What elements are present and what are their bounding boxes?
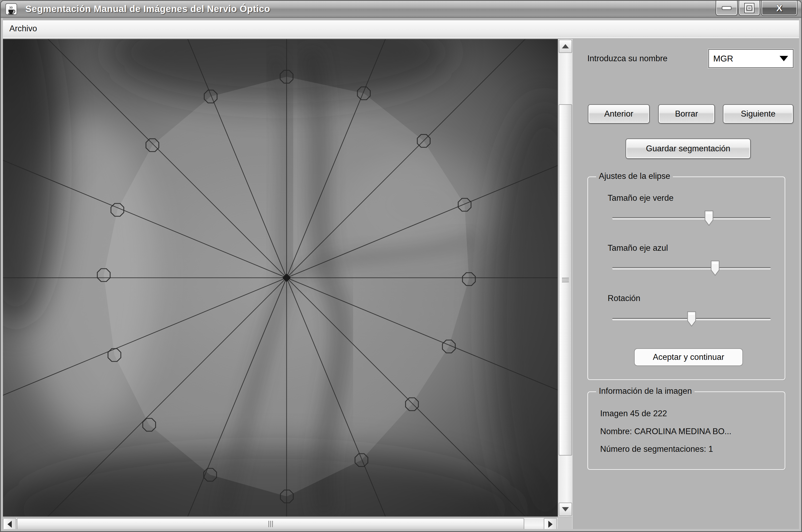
previous-button[interactable]: Anterior: [588, 104, 650, 124]
scroll-up-button[interactable]: [559, 40, 572, 53]
rotation-slider[interactable]: [612, 309, 771, 328]
menu-bar: Archivo: [2, 20, 800, 38]
java-coffee-cup-icon: [5, 3, 17, 15]
arrow-up-icon: [562, 44, 569, 49]
green-axis-label: Tamaño eje verde: [608, 193, 673, 203]
accept-continue-button[interactable]: Aceptar y continuar: [634, 348, 743, 366]
slider-thumb[interactable]: [704, 210, 713, 226]
horizontal-scroll-thumb[interactable]: [17, 518, 524, 530]
slider-track[interactable]: [612, 267, 771, 269]
scroll-left-button[interactable]: [3, 518, 16, 530]
segmentation-count-text: Número de segmentaciones: 1: [600, 444, 713, 454]
image-counter-text: Imagen 45 de 222: [600, 409, 667, 418]
close-icon: X: [776, 3, 782, 13]
combobox-value: MGR: [709, 54, 780, 64]
delete-button[interactable]: Borrar: [658, 104, 715, 124]
ellipse-group-title: Ajustes de la elipse: [596, 171, 673, 181]
blue-axis-label: Tamaño eje azul: [608, 243, 668, 253]
image-viewport: [2, 39, 558, 516]
slider-thumb[interactable]: [711, 260, 720, 276]
maximize-button[interactable]: [739, 1, 760, 16]
info-group-title: Información de la imagen: [596, 386, 694, 396]
arrow-right-icon: [548, 521, 553, 528]
maximize-icon: [745, 3, 754, 13]
fundus-image[interactable]: [2, 39, 558, 516]
horizontal-scrollbar[interactable]: [2, 517, 558, 530]
image-info-group: Información de la imagen Imagen 45 de 22…: [587, 392, 785, 470]
app-window: Segmentación Manual de Imágenes del Nerv…: [0, 0, 802, 532]
save-segmentation-button[interactable]: Guardar segmentación: [626, 138, 751, 159]
blue-axis-slider[interactable]: [612, 259, 771, 278]
scrollbar-corner: [558, 517, 572, 530]
name-label: Introduzca su nombre: [587, 54, 668, 63]
next-button[interactable]: Siguiente: [723, 104, 794, 124]
scroll-down-button[interactable]: [559, 502, 572, 516]
green-axis-slider[interactable]: [612, 209, 771, 228]
chevron-down-icon: [780, 56, 788, 61]
menu-archivo[interactable]: Archivo: [2, 20, 41, 33]
scroll-right-button[interactable]: [544, 518, 557, 530]
close-button[interactable]: X: [761, 1, 798, 16]
vertical-scrollbar[interactable]: [558, 39, 573, 516]
titlebar[interactable]: Segmentación Manual de Imágenes del Nerv…: [1, 1, 801, 18]
vertical-scroll-thumb[interactable]: [559, 104, 572, 456]
slider-track[interactable]: [612, 217, 771, 220]
scroll-grip-icon: [562, 278, 569, 282]
arrow-down-icon: [562, 507, 569, 511]
slider-thumb[interactable]: [687, 311, 696, 327]
control-panel: Introduzca su nombre MGR Anterior Borrar…: [572, 39, 800, 530]
rotation-label: Rotación: [608, 293, 640, 303]
minimize-button[interactable]: [715, 1, 738, 16]
scroll-grip-icon: [268, 521, 273, 527]
window-title: Segmentación Manual de Imágenes del Nerv…: [25, 3, 270, 14]
name-combobox[interactable]: MGR: [708, 49, 794, 68]
arrow-left-icon: [7, 521, 12, 528]
minimize-icon: [722, 6, 731, 10]
ellipse-settings-group: Ajustes de la elipse Tamaño eje verde Ta…: [587, 176, 785, 380]
window-controls: X: [714, 1, 798, 16]
patient-name-text: Nombre: CAROLINA MEDINA BO...: [600, 427, 731, 436]
